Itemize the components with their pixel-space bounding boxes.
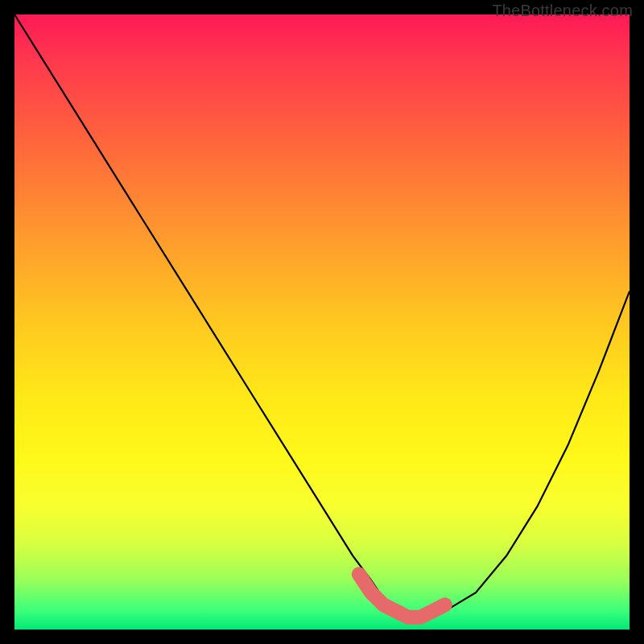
chart-svg <box>14 14 630 630</box>
bottleneck-curve-path <box>14 14 630 617</box>
attribution-text: TheBottleneck.com <box>492 2 633 20</box>
chart-frame <box>14 14 630 630</box>
optimal-band-highlight <box>359 574 445 617</box>
